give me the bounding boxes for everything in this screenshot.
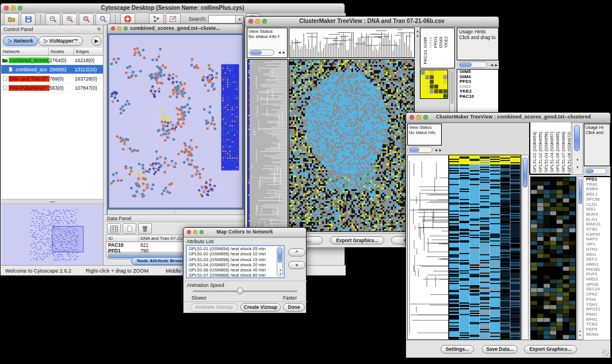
scroll-up-icon[interactable]: ▲ (579, 329, 582, 332)
scroll-left-icon[interactable]: ◀ (490, 63, 493, 67)
tab-overflow-button[interactable]: ▶ (91, 36, 101, 46)
scroll-right-icon[interactable]: ▶ (282, 51, 285, 54)
column-label[interactable]: PAC10 (423, 50, 428, 64)
search-input[interactable]: ▾ (208, 15, 244, 24)
treeview2-row-dendrogram[interactable] (407, 155, 449, 340)
treeview2-labels-scrollbar[interactable]: ▲ ▼ (572, 122, 583, 175)
overview-splitter[interactable] (1, 199, 103, 204)
column-label[interactable]: GPL51-04 (GSM857) (549, 132, 554, 173)
attribute-table-icon[interactable] (107, 223, 121, 234)
column-header-edges[interactable]: Edges (74, 48, 103, 55)
scroll-down-icon[interactable]: ▼ (579, 334, 582, 337)
column-label[interactable]: YKE2 (443, 36, 449, 48)
move-up-button[interactable]: ^ (288, 248, 305, 256)
gene-label[interactable]: PAC10 (458, 94, 498, 99)
close-icon[interactable] (187, 230, 191, 234)
new-attribute-icon[interactable] (123, 223, 136, 234)
treeview2-heatmap-vscrollbar[interactable] (522, 155, 529, 340)
zoom-scrollbar[interactable] (457, 62, 487, 68)
attribute-item[interactable]: GPL51-02 (GSM855) heat shock 10 min (187, 251, 284, 256)
delete-attribute-icon[interactable] (138, 223, 152, 234)
animation-speed-slider[interactable] (193, 290, 297, 292)
attribute-item[interactable]: GPL51-07 (GSM868) heat shock 60 min (187, 273, 284, 278)
export-graphics-button[interactable]: Export Graphics... (330, 236, 384, 244)
create-vizmap-button[interactable]: Create Vizmap (240, 303, 281, 312)
column-label[interactable]: GPL51-06 (GSM865) (555, 132, 560, 173)
treeview2-zoom-heatmap[interactable] (530, 177, 576, 340)
scroll-down-icon[interactable]: ▼ (416, 35, 419, 38)
minimize-icon[interactable] (193, 230, 197, 234)
zoom-out-icon[interactable] (45, 13, 60, 25)
slider-thumb[interactable] (237, 288, 243, 294)
network-view-titlebar[interactable]: combined_scores_good.txt--cluste... (108, 24, 243, 34)
network-list-row[interactable]: combined_sco 2569(6) 13112(15) (1, 65, 103, 74)
scroll-left-icon[interactable]: ◀ (278, 51, 281, 54)
settings-button[interactable]: Settings... (441, 345, 474, 354)
network-canvas[interactable] (109, 35, 241, 206)
close-icon[interactable] (111, 26, 115, 30)
network-overview-canvas[interactable] (2, 205, 102, 265)
zoom-selected-icon[interactable] (79, 13, 94, 25)
column-label[interactable]: GPL51-07 (GSM868) (561, 132, 566, 173)
treeview1-summary-matrix[interactable] (420, 70, 448, 99)
column-label[interactable]: GIM4 (428, 37, 433, 48)
control-panel-tab[interactable]: VizMapper™ (39, 36, 83, 46)
attribute-item[interactable]: GPL51-04 (GSM857) heat shock 20 min (187, 262, 284, 267)
float-panel-icon[interactable]: ⧉ (97, 26, 101, 32)
scroll-up-icon[interactable]: ▲ (416, 29, 419, 33)
resize-grip-icon[interactable] (602, 350, 609, 357)
attribute-item[interactable]: GPL51-01 (GSM854) heat shock 05 min (187, 246, 284, 251)
save-data-button[interactable]: Save Data... (482, 345, 518, 354)
view-status-scrollbar[interactable] (407, 147, 433, 153)
column-header-nodes[interactable]: Nodes (49, 48, 74, 55)
scroll-down-icon[interactable]: ▼ (279, 272, 282, 275)
network-list-row[interactable]: combined_scores_ 2764(0) 16218(0) (1, 56, 103, 65)
treeview2-zoom-vscrollbar[interactable]: ▲ ▼ (577, 177, 583, 340)
network-list-row[interactable]: DNA and Tran 07 769(0) 183728(0) (1, 74, 103, 83)
treeview2-heatmap[interactable] (449, 155, 521, 340)
scroll-right-icon[interactable]: ▶ (439, 148, 442, 152)
network-list-row[interactable]: RNAPuberNov2+ 563(0) 107847(0) (1, 83, 103, 93)
close-icon[interactable] (4, 6, 9, 10)
column-label[interactable]: GPL51-02 (GSM855) (538, 132, 543, 173)
dialog-titlebar[interactable]: Map Colors to Network (183, 228, 306, 237)
export-graphics-button[interactable]: Export Graphics... (524, 345, 577, 354)
treeview1-heatmap[interactable] (289, 59, 415, 232)
control-panel-tab[interactable]: Network (3, 36, 38, 46)
move-down-button[interactable]: v (288, 261, 305, 269)
zoom-in-icon[interactable] (62, 13, 77, 25)
column-label[interactable]: GPL51-03 (GSM856) (544, 132, 549, 173)
gene-label[interactable]: MON2 (585, 332, 610, 338)
column-header-network[interactable]: Network (1, 48, 49, 55)
treeview2-titlebar[interactable]: ClusterMaker TreeView : combined_scores_… (406, 113, 610, 123)
column-label[interactable]: GIM5 (423, 37, 428, 48)
treeview1-column-dendrogram[interactable] (289, 28, 415, 58)
attribute-item[interactable]: GPL51-06 (GSM865) heat shock 40 min (187, 267, 284, 273)
data-column-id[interactable]: ID (106, 235, 139, 242)
scroll-down-icon[interactable]: ▼ (576, 166, 579, 169)
main-titlebar[interactable]: Cytoscape Desktop (Session Name: collins… (1, 3, 345, 14)
minimize-icon[interactable] (117, 26, 121, 30)
column-label[interactable]: PFD1 (433, 36, 438, 48)
done-button[interactable]: Done (283, 303, 305, 312)
scroll-up-icon[interactable]: ▲ (576, 158, 579, 161)
column-label[interactable]: GIM3 (438, 37, 443, 48)
open-folder-icon[interactable] (4, 13, 19, 25)
chevron-down-icon[interactable]: ▾ (235, 16, 243, 23)
close-icon[interactable] (410, 115, 414, 120)
save-icon[interactable] (21, 13, 36, 25)
scroll-right-icon[interactable]: ▶ (495, 63, 498, 67)
node-attribute-browser-button[interactable]: Node Attribute Brows (131, 257, 190, 265)
scroll-up-icon[interactable]: ▲ (279, 268, 282, 271)
column-label[interactable]: GPL51-08 (GSM872) (567, 132, 571, 173)
resize-grip-icon[interactable]: ↕ (175, 211, 177, 214)
animate-vizmap-button[interactable]: Animate Vizmap (190, 303, 238, 312)
scroll-left-icon[interactable]: ◀ (434, 148, 437, 152)
view-status-scrollbar[interactable] (248, 49, 274, 56)
usage-scrollbar[interactable] (584, 168, 607, 174)
close-icon[interactable] (248, 19, 253, 24)
treeview1-titlebar[interactable]: ClusterMaker TreeView : DNA and Tran 07-… (245, 17, 499, 27)
attribute-item[interactable]: GPL51-03 (GSM856) heat shock 15 min (187, 257, 284, 262)
treeview1-row-dendrogram[interactable] (247, 59, 288, 232)
column-label[interactable]: GPL51-01 (GSM854) (532, 132, 537, 173)
